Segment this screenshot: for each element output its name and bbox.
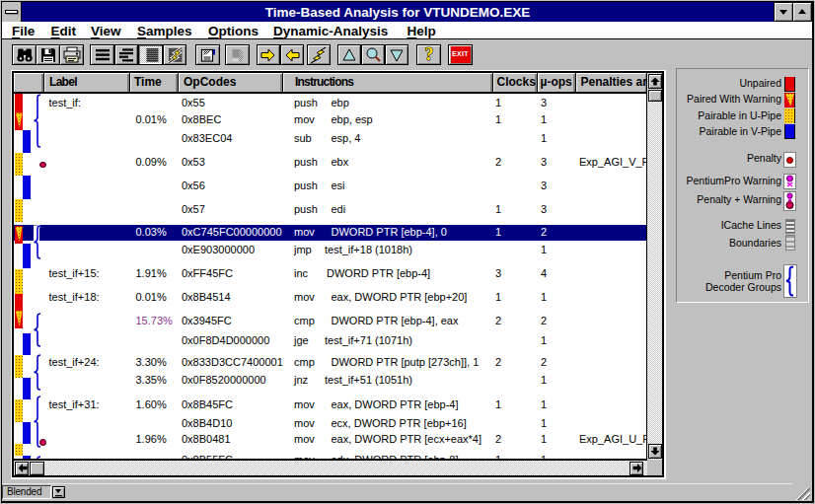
svg-text:?: ? <box>424 46 433 64</box>
